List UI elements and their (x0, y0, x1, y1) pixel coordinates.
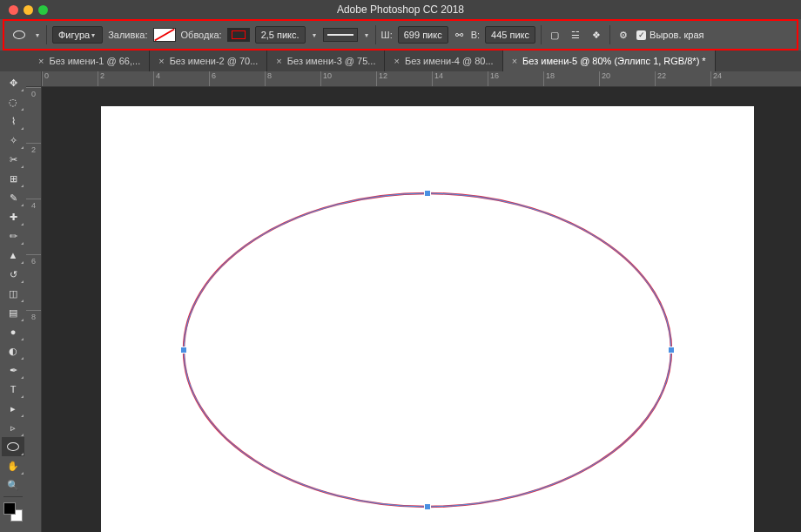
align-edges-checkbox[interactable]: ✓ Выров. края (636, 30, 703, 40)
stamp-tool[interactable]: ▲ (2, 246, 24, 265)
options-bar-highlight: ▾ Фигура ▾ Заливка: Обводка: 2,5 пикс. ▾… (3, 19, 798, 51)
type-tool[interactable]: T (2, 380, 24, 399)
ellipse-icon (13, 30, 25, 39)
width-input[interactable]: 699 пикс (398, 26, 448, 44)
pen-tool[interactable]: ✒ (2, 360, 24, 380)
chevron-down-icon[interactable]: ▾ (363, 31, 370, 39)
close-tab-icon[interactable]: × (38, 56, 44, 66)
foreground-color-swatch[interactable] (3, 502, 16, 515)
move-tool[interactable]: ✥ (2, 73, 24, 92)
ruler-tick: 8 (26, 310, 41, 366)
checkbox-icon: ✓ (636, 30, 646, 40)
shape-ellipse[interactable] (101, 106, 754, 532)
ruler-tick: 24 (710, 71, 766, 86)
frame-tool[interactable]: ⊞ (2, 169, 24, 188)
active-tool-icon[interactable] (10, 27, 29, 43)
ruler-tick: 2 (98, 71, 153, 86)
separator (541, 25, 542, 44)
ruler-tick: 4 (26, 199, 41, 254)
transform-handle-top[interactable] (424, 190, 431, 197)
ruler-tick: 0 (42, 71, 98, 86)
tab-label: Без имени-1 @ 66,... (49, 56, 140, 66)
stroke-swatch[interactable] (227, 28, 250, 42)
dodge-tool[interactable]: ◐ (2, 341, 24, 360)
document-tab[interactable]: ×Без имени-3 @ 75... (267, 51, 385, 71)
transform-handle-bottom[interactable] (424, 503, 431, 510)
ruler-tick: 20 (599, 71, 655, 86)
document-tab[interactable]: ×Без имени-1 @ 66,... (30, 51, 150, 71)
document-tab[interactable]: ×Без имени-4 @ 80... (385, 51, 502, 71)
tool-preset-dropdown[interactable]: ▾ (34, 31, 41, 39)
crop-tool[interactable]: ✂ (2, 150, 24, 169)
transform-handle-left[interactable] (180, 347, 187, 354)
close-tab-icon[interactable]: × (158, 56, 164, 66)
history-brush-tool[interactable]: ↺ (2, 265, 24, 284)
toolbox: ✥ ◌ ⌇ ✧ ✂ ⊞ ✎ ✚ ✏ ▲ ↺ ◫ ▤ ● ◐ ✒ T ▸ ▹ ✋ … (0, 71, 26, 532)
separator (375, 25, 376, 44)
eraser-tool[interactable]: ◫ (2, 284, 24, 303)
ruler-corner (26, 71, 42, 87)
chevron-down-icon: ▾ (90, 31, 97, 39)
path-selection-tool[interactable]: ▸ (2, 399, 24, 418)
transform-handle-right[interactable] (668, 347, 675, 354)
stroke-width-input[interactable]: 2,5 пикс. (255, 26, 306, 44)
maximize-icon[interactable] (38, 5, 48, 15)
ruler-tick: 8 (265, 71, 320, 86)
close-tab-icon[interactable]: × (512, 56, 517, 66)
ruler-tick: 10 (320, 71, 376, 86)
lasso-tool[interactable]: ⌇ (2, 111, 24, 131)
fill-swatch[interactable] (153, 28, 176, 42)
gear-icon[interactable]: ⚙ (616, 27, 631, 43)
eyedropper-tool[interactable]: ✎ (2, 188, 24, 207)
chevron-down-icon[interactable]: ▾ (311, 31, 318, 39)
hand-tool[interactable]: ✋ (2, 456, 24, 475)
height-input[interactable]: 445 пикс (485, 26, 535, 44)
height-value: 445 пикс (491, 30, 529, 40)
stroke-style-dropdown[interactable] (323, 28, 358, 42)
ellipse-tool[interactable] (2, 437, 24, 456)
close-icon[interactable] (9, 5, 18, 15)
ruler-tick: 2 (26, 143, 41, 199)
shape-mode-dropdown[interactable]: Фигура ▾ (52, 26, 103, 44)
ellipse-icon (7, 442, 19, 451)
ruler-tick: 18 (543, 71, 599, 86)
tab-label: Без имени-2 @ 70... (170, 56, 259, 66)
ruler-tick: 0 (26, 87, 41, 143)
align-edges-label: Выров. края (650, 30, 703, 40)
close-tab-icon[interactable]: × (276, 56, 281, 66)
stroke-width-value: 2,5 пикс. (261, 30, 300, 40)
path-alignment-button[interactable]: ☱ (568, 27, 583, 43)
marquee-tool[interactable]: ◌ (2, 92, 24, 111)
color-swatches[interactable] (3, 502, 23, 522)
link-icon[interactable]: ⚯ (454, 30, 466, 41)
document-tab[interactable]: ×Без имени-2 @ 70... (150, 51, 267, 71)
magic-wand-tool[interactable]: ✧ (2, 131, 24, 150)
document-canvas[interactable] (101, 106, 754, 532)
zoom-tool[interactable]: 🔍 (2, 475, 24, 495)
horizontal-ruler[interactable]: 0 2 4 6 8 10 12 14 16 18 20 22 24 (42, 71, 801, 87)
path-operations-button[interactable]: ▢ (547, 27, 562, 43)
vertical-ruler[interactable]: 0 2 4 6 8 (26, 87, 42, 532)
healing-tool[interactable]: ✚ (2, 207, 24, 226)
svg-point-0 (184, 193, 671, 507)
fill-label: Заливка: (108, 30, 147, 40)
tab-label: Без имени-3 @ 75... (287, 56, 376, 66)
ruler-tick: 6 (209, 71, 265, 86)
path-arrangement-button[interactable]: ❖ (589, 27, 604, 43)
brush-tool[interactable]: ✏ (2, 226, 24, 246)
height-label: В: (471, 30, 480, 40)
width-label: Ш: (381, 30, 393, 40)
gradient-tool[interactable]: ▤ (2, 303, 24, 322)
ruler-tick: 16 (488, 71, 543, 86)
blur-tool[interactable]: ● (2, 322, 24, 341)
close-tab-icon[interactable]: × (394, 56, 399, 66)
options-bar: ▾ Фигура ▾ Заливка: Обводка: 2,5 пикс. ▾… (4, 21, 797, 49)
shape-mode-label: Фигура (58, 30, 90, 40)
width-value: 699 пикс (404, 30, 442, 40)
minimize-icon[interactable] (24, 5, 33, 15)
ruler-tick: 4 (153, 71, 209, 86)
svg-point-1 (184, 193, 671, 507)
tab-label: Без имени-5 @ 80% (Эллипс 1, RGB/8*) * (522, 56, 706, 66)
document-tab[interactable]: ×Без имени-5 @ 80% (Эллипс 1, RGB/8*) * (503, 51, 716, 71)
direct-selection-tool[interactable]: ▹ (2, 418, 24, 437)
